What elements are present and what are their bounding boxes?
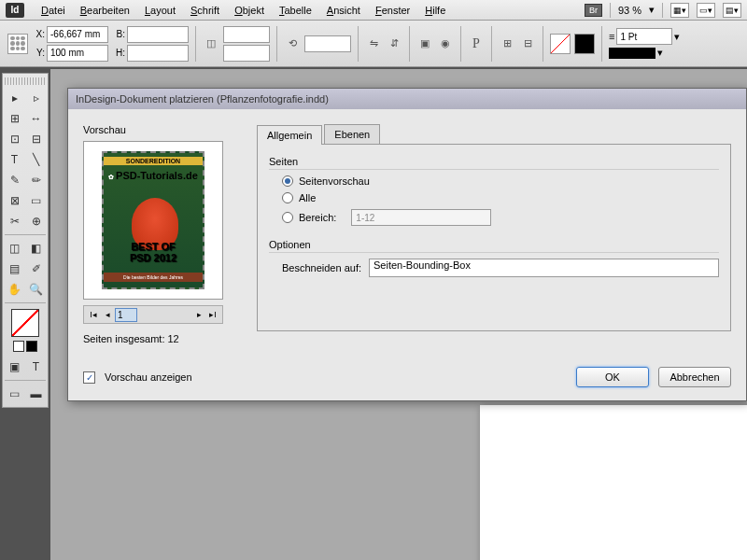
rectangle-frame-tool[interactable]: ⊠ xyxy=(5,191,24,210)
options-legend: Optionen xyxy=(269,239,719,253)
fill-stroke-swatch[interactable] xyxy=(11,309,39,337)
flip-h-icon[interactable]: ⇋ xyxy=(365,35,382,52)
ok-button[interactable]: OK xyxy=(576,367,649,387)
free-transform-tool[interactable]: ⊕ xyxy=(26,212,46,231)
gap-tool[interactable]: ↔ xyxy=(26,109,46,128)
fill-swatch[interactable] xyxy=(550,34,571,54)
apply-color-icon[interactable]: ▣ xyxy=(5,357,24,376)
menu-tabelle[interactable]: Tabelle xyxy=(272,5,319,16)
menu-schrift[interactable]: Schrift xyxy=(183,5,227,16)
thumb-title: BEST OFPSD 2012 xyxy=(104,241,203,263)
scissors-tool[interactable]: ✂ xyxy=(5,212,24,231)
pencil-tool[interactable]: ✏ xyxy=(26,171,46,189)
radio-page-preview-label: Seitenvorschau xyxy=(299,175,370,187)
gradient-feather-tool[interactable]: ◧ xyxy=(26,239,46,258)
thumb-top-band: SONDEREDITION xyxy=(104,157,203,165)
radio-all-label: Alle xyxy=(299,192,316,203)
align-icon[interactable]: ⊞ xyxy=(499,35,515,52)
chevron-down-icon[interactable]: ▾ xyxy=(674,31,680,43)
radio-all[interactable] xyxy=(282,192,293,203)
content-placer-tool[interactable]: ⊟ xyxy=(26,130,46,148)
chevron-down-icon[interactable]: ▾ xyxy=(649,4,655,16)
thumb-logo: ✿ PSD-Tutorials.de xyxy=(104,170,203,181)
content-collector-tool[interactable]: ⊡ xyxy=(5,130,24,148)
select-content-icon[interactable]: ◉ xyxy=(437,35,454,52)
range-input[interactable] xyxy=(351,209,491,226)
crop-select[interactable]: Seiten-Bounding-Box xyxy=(369,259,719,277)
distribute-icon[interactable]: ⊟ xyxy=(519,35,536,52)
menu-objekt[interactable]: Objekt xyxy=(227,5,272,16)
page-tool[interactable]: ⊞ xyxy=(5,109,24,128)
radio-range[interactable] xyxy=(282,212,293,223)
line-tool[interactable]: ╲ xyxy=(26,150,46,169)
x-label: X: xyxy=(32,29,45,39)
menu-bearbeiten[interactable]: Bearbeiten xyxy=(73,5,137,16)
scale-icon[interactable]: ◫ xyxy=(203,35,219,52)
menu-hilfe[interactable]: Hilfe xyxy=(417,5,453,16)
menubar: Id Datei Bearbeiten Layout Schrift Objek… xyxy=(0,0,747,21)
stroke-style[interactable] xyxy=(609,48,655,59)
view-mode-icon[interactable]: ▦▾ xyxy=(670,3,689,18)
menu-fenster[interactable]: Fenster xyxy=(368,5,417,16)
scale-y-input[interactable] xyxy=(223,45,270,62)
reference-point[interactable] xyxy=(7,34,28,54)
crop-label: Beschneiden auf: xyxy=(282,262,361,273)
swap-colors-icon[interactable] xyxy=(26,341,37,352)
next-page-button[interactable]: ▸ xyxy=(192,308,205,321)
normal-mode-icon[interactable]: ▭ xyxy=(5,385,24,403)
w-input[interactable] xyxy=(127,26,189,43)
eyedropper-tool[interactable]: ✐ xyxy=(26,259,46,278)
menu-ansicht[interactable]: Ansicht xyxy=(319,5,368,16)
place-dialog: InDesign-Dokument platzieren (Pflanzenfo… xyxy=(67,88,747,401)
bridge-badge[interactable]: Br xyxy=(585,4,602,17)
gradient-swatch-tool[interactable]: ◫ xyxy=(5,239,24,258)
scale-x-input[interactable] xyxy=(223,26,270,43)
panel-grip[interactable] xyxy=(5,77,46,85)
chevron-down-icon[interactable]: ▾ xyxy=(657,47,663,59)
tab-general[interactable]: Allgemein xyxy=(257,125,322,145)
selection-tool[interactable]: ▸ xyxy=(5,89,24,107)
y-label: Y: xyxy=(32,48,45,58)
stroke-weight-input[interactable] xyxy=(616,28,672,45)
zoom-tool[interactable]: 🔍 xyxy=(26,280,46,299)
arrange-icon[interactable]: ▤▾ xyxy=(723,3,741,18)
rotate-input[interactable] xyxy=(304,35,351,52)
radio-page-preview[interactable] xyxy=(282,175,293,187)
last-page-button[interactable]: ▸I xyxy=(206,308,219,321)
pen-tool[interactable]: ✎ xyxy=(5,171,24,189)
preview-thumbnail: SONDEREDITION ✿ PSD-Tutorials.de BEST OF… xyxy=(102,151,204,289)
select-container-icon[interactable]: ▣ xyxy=(416,35,433,52)
page-number-input[interactable] xyxy=(115,308,137,322)
prev-page-button[interactable]: ◂ xyxy=(101,308,114,321)
show-preview-checkbox[interactable] xyxy=(83,371,95,384)
h-input[interactable] xyxy=(127,45,189,62)
tab-layers[interactable]: Ebenen xyxy=(324,124,380,144)
preview-label: Vorschau xyxy=(83,124,242,135)
zoom-level[interactable]: 93 % xyxy=(618,5,641,16)
type-tool[interactable]: T xyxy=(5,150,24,169)
stroke-swatch[interactable] xyxy=(574,34,595,54)
paragraph-icon[interactable]: P xyxy=(468,35,485,52)
cancel-button[interactable]: Abbrechen xyxy=(658,367,731,387)
hand-tool[interactable]: ✋ xyxy=(5,280,24,299)
y-input[interactable] xyxy=(47,45,108,62)
preview-mode-icon[interactable]: ▬ xyxy=(26,385,46,403)
radio-range-label: Bereich: xyxy=(299,212,336,223)
apply-text-icon[interactable]: T xyxy=(26,357,46,376)
screen-mode-icon[interactable]: ▭▾ xyxy=(697,3,715,18)
rotate-icon[interactable]: ⟲ xyxy=(284,35,301,52)
control-bar: X: Y: B: H: ◫ ⟲ ⇋ ⇵ ▣ ◉ P ⊞ ⊟ ≡▾ ▾ xyxy=(0,21,747,67)
menu-layout[interactable]: Layout xyxy=(137,5,183,16)
x-input[interactable] xyxy=(47,26,108,43)
first-page-button[interactable]: I◂ xyxy=(87,308,100,321)
show-preview-label: Vorschau anzeigen xyxy=(105,371,192,383)
direct-selection-tool[interactable]: ▹ xyxy=(26,89,46,107)
document-page[interactable] xyxy=(480,405,747,560)
menu-datei[interactable]: Datei xyxy=(34,5,73,16)
tools-panel: ▸▹ ⊞↔ ⊡⊟ T╲ ✎✏ ⊠▭ ✂⊕ ◫◧ ▤✐ ✋🔍 ▣T ▭▬ xyxy=(2,73,49,408)
note-tool[interactable]: ▤ xyxy=(5,259,24,278)
rectangle-tool[interactable]: ▭ xyxy=(26,191,46,210)
default-colors-icon[interactable] xyxy=(13,341,24,352)
dialog-title: InDesign-Dokument platzieren (Pflanzenfo… xyxy=(68,89,746,109)
flip-v-icon[interactable]: ⇵ xyxy=(386,35,402,52)
